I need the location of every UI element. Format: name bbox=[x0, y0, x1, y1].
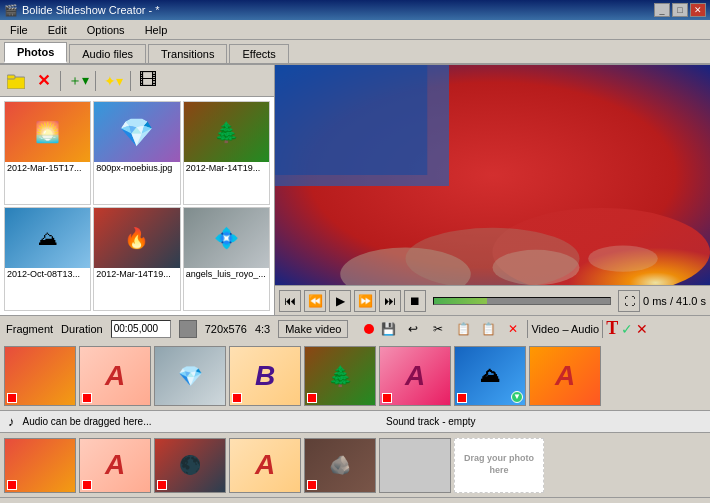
item-badge bbox=[7, 480, 17, 490]
paste-button[interactable]: 📋 bbox=[477, 318, 499, 340]
timeline-item[interactable]: 🌲 bbox=[304, 346, 376, 406]
menu-help[interactable]: Help bbox=[139, 22, 174, 38]
file-name: 2012-Mar-15T17... bbox=[5, 162, 90, 174]
play-button[interactable]: ▶ bbox=[329, 290, 351, 312]
save-timeline-button[interactable]: 💾 bbox=[377, 318, 399, 340]
goto-start-button[interactable]: ⏮ bbox=[279, 290, 301, 312]
item-badge-1 bbox=[7, 393, 17, 403]
timeline-item[interactable]: A bbox=[529, 346, 601, 406]
confirm-button[interactable]: ✓ bbox=[621, 321, 633, 337]
item-badge bbox=[307, 480, 317, 490]
sound-track-text: Sound track - empty bbox=[386, 416, 475, 427]
file-name: 2012-Mar-14T19... bbox=[184, 162, 269, 174]
title-bar: 🎬 Bolide Slideshow Creator - * _ □ ✕ bbox=[0, 0, 710, 20]
text-icon[interactable]: T bbox=[606, 318, 618, 339]
delete-button[interactable]: ✕ bbox=[31, 69, 55, 93]
list-item[interactable]: 🌲 2012-Mar-14T19... bbox=[183, 101, 270, 205]
open-folder-button[interactable] bbox=[4, 69, 28, 93]
thumbnail-image: 💎 bbox=[94, 102, 179, 162]
timeline-item[interactable]: A bbox=[229, 438, 301, 493]
drop-zone[interactable]: Drag your photo here bbox=[454, 438, 544, 493]
svg-rect-1 bbox=[7, 75, 15, 79]
list-item[interactable]: 💎 800px-moebius.jpg bbox=[93, 101, 180, 205]
tile-letter: A bbox=[105, 449, 125, 481]
file-name: 800px-moebius.jpg bbox=[94, 162, 179, 174]
duration-input[interactable] bbox=[111, 320, 171, 338]
prev-button[interactable]: ⏪ bbox=[304, 290, 326, 312]
make-video-button[interactable]: Make video bbox=[278, 320, 348, 338]
preview-image bbox=[275, 65, 710, 285]
minimize-button[interactable]: _ bbox=[654, 3, 670, 17]
timeline-item[interactable]: ⛰ ▼ bbox=[454, 346, 526, 406]
item-badge bbox=[307, 393, 317, 403]
item-badge bbox=[82, 480, 92, 490]
list-item[interactable]: 🌅 2012-Mar-15T17... bbox=[4, 101, 91, 205]
cut-button[interactable]: ✂ bbox=[427, 318, 449, 340]
fullscreen-button[interactable]: ⛶ bbox=[618, 290, 640, 312]
delete-timeline-button[interactable]: ✕ bbox=[502, 318, 524, 340]
timeline-item[interactable] bbox=[4, 438, 76, 493]
thumbnail-image: 🌅 bbox=[5, 102, 90, 162]
slideshow-button[interactable]: 🎞 bbox=[136, 69, 160, 93]
add-button[interactable]: ＋▾ bbox=[66, 69, 90, 93]
progress-fill bbox=[434, 298, 487, 304]
file-grid: 🌅 2012-Mar-15T17... 💎 800px-moebius.jpg … bbox=[0, 97, 274, 315]
color-picker[interactable] bbox=[179, 320, 197, 338]
file-toolbar: ✕ ＋▾ ✦▾ 🎞 bbox=[0, 65, 274, 97]
list-item[interactable]: 💠 angels_luis_royo_... bbox=[183, 207, 270, 311]
item-badge bbox=[382, 393, 392, 403]
toolbar-sep-3 bbox=[130, 71, 131, 91]
fragment-bar: Fragment Duration 720x576 4:3 Make video… bbox=[0, 315, 710, 341]
timeline-item[interactable]: A bbox=[79, 438, 151, 493]
list-item[interactable]: 🔥 2012-Mar-14T19... bbox=[93, 207, 180, 311]
record-icon bbox=[364, 324, 374, 334]
green-badge: ▼ bbox=[511, 391, 523, 403]
toolbar-sep-1 bbox=[60, 71, 61, 91]
copy-button[interactable]: 📋 bbox=[452, 318, 474, 340]
audio-drag-text: Audio can be dragged here... bbox=[23, 416, 152, 427]
menu-edit[interactable]: Edit bbox=[42, 22, 73, 38]
timeline-item[interactable]: A bbox=[379, 346, 451, 406]
timeline-item[interactable]: 🌑 bbox=[154, 438, 226, 493]
progress-bar[interactable] bbox=[433, 297, 611, 305]
menu-options[interactable]: Options bbox=[81, 22, 131, 38]
tile-letter: A bbox=[555, 360, 575, 392]
tab-transitions[interactable]: Transitions bbox=[148, 44, 227, 63]
next-button[interactable]: ⏩ bbox=[354, 290, 376, 312]
list-item[interactable]: ⛰ 2012-Oct-08T13... bbox=[4, 207, 91, 311]
toolbar-sep-2 bbox=[95, 71, 96, 91]
app-title: Bolide Slideshow Creator - * bbox=[22, 4, 160, 16]
timeline-item[interactable]: B bbox=[229, 346, 301, 406]
timeline-item[interactable] bbox=[4, 346, 76, 406]
tab-audio-files[interactable]: Audio files bbox=[69, 44, 146, 63]
thumbnail-image: 🌲 bbox=[184, 102, 269, 162]
star-button[interactable]: ✦▾ bbox=[101, 69, 125, 93]
goto-end-button[interactable]: ⏭ bbox=[379, 290, 401, 312]
undo-button[interactable]: ↩ bbox=[402, 318, 424, 340]
stop-button[interactable]: ⏹ bbox=[404, 290, 426, 312]
tile-letter: A bbox=[105, 360, 125, 392]
timeline-item[interactable]: 🪨 bbox=[304, 438, 376, 493]
reject-button[interactable]: ✕ bbox=[636, 321, 648, 337]
svg-point-6 bbox=[588, 245, 658, 271]
menu-bar: File Edit Options Help bbox=[0, 20, 710, 40]
timeline-item[interactable]: A bbox=[79, 346, 151, 406]
thumbnail-image: 🔥 bbox=[94, 208, 179, 268]
time-display: 0 ms / 41.0 s bbox=[643, 295, 706, 307]
forest-icon: 🌲 bbox=[328, 364, 353, 388]
tab-effects[interactable]: Effects bbox=[229, 44, 288, 63]
item-badge bbox=[232, 393, 242, 403]
menu-file[interactable]: File bbox=[4, 22, 34, 38]
tile-letter: B bbox=[255, 360, 275, 392]
tile-letter: A bbox=[255, 449, 275, 481]
audio-row: ♪ Audio can be dragged here... Sound tra… bbox=[0, 411, 710, 433]
timeline-item[interactable] bbox=[379, 438, 451, 493]
preview-panel: ⏮ ⏪ ▶ ⏩ ⏭ ⏹ ⛶ 0 ms / 41.0 s bbox=[275, 65, 710, 315]
crystal-icon: 💎 bbox=[178, 364, 203, 388]
close-button[interactable]: ✕ bbox=[690, 3, 706, 17]
tab-photos[interactable]: Photos bbox=[4, 42, 67, 63]
maximize-button[interactable]: □ bbox=[672, 3, 688, 17]
bottom-area: Fragment Duration 720x576 4:3 Make video… bbox=[0, 315, 710, 503]
title-bar-title: 🎬 Bolide Slideshow Creator - * bbox=[4, 4, 160, 17]
timeline-item[interactable]: 💎 bbox=[154, 346, 226, 406]
